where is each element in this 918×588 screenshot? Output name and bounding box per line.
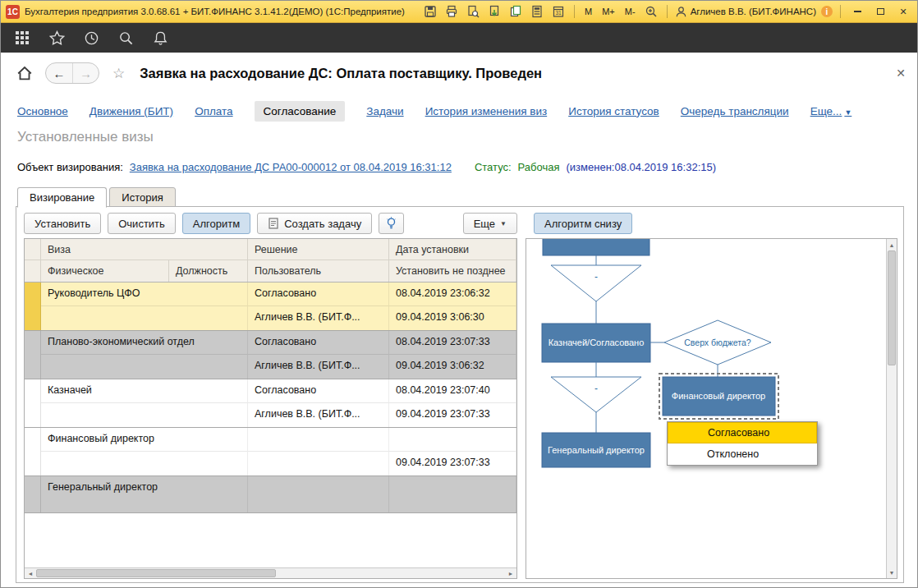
nav-link-status-history[interactable]: История статусов: [568, 105, 659, 117]
cell-decision: [248, 428, 389, 452]
menu-item-approved[interactable]: Согласовано: [668, 422, 817, 443]
app-logo-1c: 1С: [6, 5, 20, 19]
nav-link-broadcast-queue[interactable]: Очередь трансляции: [681, 105, 789, 117]
lightbulb-icon: [385, 217, 397, 230]
calendar-icon[interactable]: 31: [550, 3, 567, 20]
form-header: ← → ☆ Заявка на расходование ДС: Оплата …: [14, 60, 906, 86]
favorites-icon[interactable]: [48, 30, 65, 46]
hint-bulb-button[interactable]: [379, 213, 404, 234]
scroll-left-icon[interactable]: ◄: [25, 568, 36, 578]
vertical-scrollbar[interactable]: ▲ ▼: [886, 239, 897, 578]
save-icon[interactable]: [422, 3, 438, 20]
object-link[interactable]: Заявка на расходование ДС РА00-000012 от…: [130, 161, 452, 173]
flowchart-canvas: - Казначей/Согласовано Сверх бюджета? Фи…: [526, 239, 886, 567]
header-position[interactable]: Должность: [169, 260, 248, 282]
memory-mminus-button[interactable]: M-: [622, 6, 638, 17]
vscroll-thumb[interactable]: [888, 250, 896, 365]
cell-date-set: 08.04.2019 23:07:33: [389, 331, 516, 355]
header-decision[interactable]: Решение: [248, 239, 389, 260]
memory-mplus-button[interactable]: M+: [599, 6, 617, 17]
cell-empty: [41, 452, 248, 475]
svg-text:31: 31: [555, 10, 562, 16]
table-row[interactable]: Казначей Согласовано 08.04.2019 23:07:40…: [25, 379, 516, 428]
scroll-down-icon[interactable]: ▼: [887, 567, 897, 578]
maximize-button[interactable]: [871, 4, 889, 19]
print-icon[interactable]: [443, 3, 460, 20]
export-icon[interactable]: [486, 3, 503, 20]
memory-m-button[interactable]: M: [582, 6, 594, 17]
nav-link-more[interactable]: Еще...▼: [810, 105, 852, 117]
row-marker: [25, 476, 41, 512]
minimize-button[interactable]: [848, 4, 866, 19]
apps-menu-icon[interactable]: [14, 30, 30, 46]
hscroll-thumb[interactable]: [36, 569, 276, 577]
table-row[interactable]: Руководитель ЦФО Согласовано 08.04.2019 …: [25, 283, 516, 331]
horizontal-scrollbar[interactable]: ◄ ►: [25, 567, 516, 578]
nav-link-tasks[interactable]: Задачи: [366, 105, 403, 117]
cell-decision: Согласовано: [248, 331, 389, 355]
toolbar-left: Установить Очистить Алгоритм Создать зад…: [24, 213, 517, 234]
compare-files-icon[interactable]: [507, 3, 524, 20]
tab-approval[interactable]: Визирование: [17, 187, 107, 208]
notifications-bell-icon[interactable]: [152, 30, 168, 46]
header-marker: [25, 239, 41, 260]
flow-node-label: Финансовый директор: [672, 391, 765, 401]
scroll-up-icon[interactable]: ▲: [887, 239, 897, 250]
header-user[interactable]: Пользователь: [248, 260, 389, 282]
info-icon[interactable]: i: [821, 6, 833, 17]
header-person[interactable]: Физическое: [41, 260, 169, 282]
decision-context-menu: Согласовано Отклонено: [667, 421, 818, 466]
zoom-icon[interactable]: [643, 3, 659, 20]
window-title: Бухгалтерия предприятия 3.0.68.61 + БИТ.…: [25, 7, 405, 16]
back-arrow-icon[interactable]: ←: [46, 63, 72, 83]
set-visa-button[interactable]: Установить: [24, 213, 101, 234]
cell-visa: Генеральный директор: [41, 476, 248, 512]
tab-history[interactable]: История: [109, 187, 175, 207]
section-title: Установленные визы: [17, 129, 154, 145]
table-header-row-2: Физическое Должность Пользователь Устано…: [25, 260, 516, 283]
algorithm-bottom-button[interactable]: Алгоритм снизу: [534, 213, 632, 234]
clear-visa-button[interactable]: Очистить: [108, 213, 176, 234]
table-row[interactable]: Планово-экономический отдел Согласовано …: [25, 331, 516, 379]
flow-node-label: Генеральный директор: [548, 445, 645, 455]
nav-link-approval[interactable]: Согласование: [255, 101, 346, 122]
header-visa[interactable]: Виза: [41, 239, 248, 260]
row-marker: [25, 331, 41, 379]
more-button[interactable]: Еще▼: [463, 213, 517, 234]
search-icon[interactable]: [117, 30, 134, 46]
home-icon[interactable]: [14, 62, 35, 84]
forward-arrow-icon[interactable]: →: [72, 63, 99, 83]
cell-date-set: [389, 476, 516, 512]
table-row[interactable]: Финансовый директор 09.04.2019 23:07:33: [25, 428, 516, 476]
header-marker: [25, 260, 41, 282]
window-close-button[interactable]: ✕: [894, 4, 912, 19]
cell-decision: [248, 476, 389, 512]
flow-node-top[interactable]: [543, 239, 649, 255]
user-icon: [675, 6, 687, 18]
menu-item-rejected[interactable]: Отклонено: [668, 443, 817, 465]
algorithm-button[interactable]: Алгоритм: [182, 213, 250, 234]
header-date-set[interactable]: Дата установки: [389, 239, 516, 260]
cell-user: [248, 452, 389, 475]
table-row[interactable]: Генеральный директор: [25, 476, 516, 513]
cell-date-set: 08.04.2019 23:07:40: [389, 379, 516, 403]
history-nav-arrows: ← →: [45, 62, 99, 84]
nav-link-main[interactable]: Основное: [17, 105, 68, 117]
row-marker: [25, 379, 41, 427]
row-marker: [25, 428, 41, 475]
history-icon[interactable]: [83, 30, 99, 46]
nav-link-payment[interactable]: Оплата: [195, 105, 232, 117]
scroll-right-icon[interactable]: ►: [505, 568, 516, 578]
form-close-icon[interactable]: ✕: [896, 67, 906, 80]
favorite-star-icon[interactable]: ☆: [112, 65, 125, 82]
status-label: Статус:: [475, 161, 512, 173]
cell-deadline: 09.04.2019 3:06:32: [389, 355, 516, 379]
create-task-button[interactable]: Создать задачу: [257, 213, 372, 234]
header-deadline[interactable]: Установить не позднее: [389, 260, 516, 282]
print-preview-icon[interactable]: [465, 3, 481, 20]
cell-empty: [41, 403, 248, 427]
current-user[interactable]: Агличев В.В. (БИТ.ФИНАНС): [675, 6, 816, 18]
calculator-icon[interactable]: [529, 3, 545, 20]
nav-link-visa-history[interactable]: История изменения виз: [425, 105, 548, 117]
nav-link-movements[interactable]: Движения (БИТ): [90, 105, 173, 117]
